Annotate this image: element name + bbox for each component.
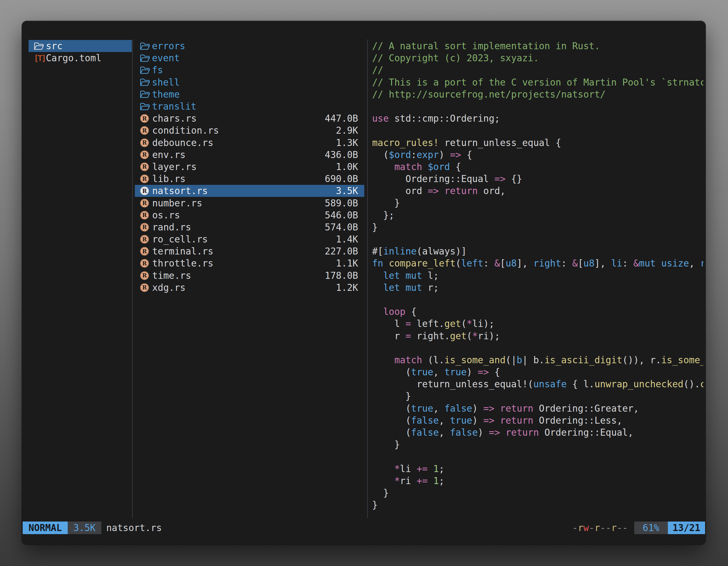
code-token: true — [444, 366, 466, 377]
yazi-window: src[T]Cargo.toml errorseventfsshelltheme… — [22, 21, 706, 545]
code-token: ], — [595, 258, 611, 269]
dir-row[interactable]: src — [29, 40, 132, 52]
code-token: = — [405, 318, 411, 329]
code-line: let mut r; — [372, 282, 703, 293]
status-bar: NORMAL 3.5K natsort.rs -rw-r--r-- 61% 13… — [23, 522, 705, 534]
code-token: return — [500, 415, 533, 426]
status-filename: natsort.rs — [106, 522, 162, 534]
dir-row[interactable]: event — [135, 52, 364, 64]
code-token: ; — [439, 475, 444, 486]
code-token — [372, 475, 394, 486]
dir-row[interactable]: errors — [135, 40, 364, 52]
current-pane: errorseventfsshellthemetranslitRchars.rs… — [135, 40, 364, 293]
file-row[interactable]: [T]Cargo.toml — [29, 52, 132, 64]
code-token: { l. — [567, 379, 594, 389]
code-line: l = left.get(*li); — [372, 318, 703, 330]
code-token: let — [383, 282, 400, 293]
code-token: is_some_and — [444, 354, 506, 365]
code-token: // A natural sort implementation in Rust… — [372, 41, 600, 51]
file-row[interactable]: Rcondition.rs2.9K — [135, 125, 364, 137]
rust-logo-letter: R — [142, 128, 147, 133]
dir-name: fs — [152, 65, 163, 76]
folder-open-icon — [34, 42, 44, 50]
rust-file-icon: R — [140, 163, 149, 171]
file-size: 3.5K — [336, 186, 358, 196]
file-row[interactable]: Renv.rs436.0B — [135, 149, 364, 161]
code-token: is_ascii_digit — [544, 354, 622, 365]
rust-file-icon: R — [140, 151, 149, 159]
code-line: (true, true) => { — [372, 366, 703, 378]
file-row[interactable]: Rchars.rs447.0B — [135, 112, 364, 125]
code-token: 1 — [433, 475, 439, 486]
code-token: ri — [700, 258, 703, 269]
code-token: , — [433, 403, 445, 414]
rust-logo-letter: R — [142, 212, 147, 218]
code-token: } — [372, 439, 400, 450]
code-token: : — [622, 258, 633, 269]
code-token: ) — [472, 403, 483, 414]
rust-logo-letter: R — [142, 176, 147, 182]
code-token: Ordering::Equal — [372, 173, 494, 184]
code-line — [372, 100, 703, 112]
dir-row[interactable]: translit — [135, 100, 364, 112]
rust-file-icon: R — [140, 223, 149, 232]
file-name: layer.rs — [152, 161, 197, 172]
code-token: // Copyright (c) 2023, sxyazi. — [372, 53, 539, 64]
file-name: os.rs — [152, 210, 180, 221]
file-row[interactable]: Rnatsort.rs3.5K — [135, 185, 364, 197]
code-token: {} — [506, 173, 522, 184]
code-token: cmp — [700, 379, 703, 389]
code-line — [372, 233, 703, 245]
code-token: Ordering::Equal, — [539, 427, 633, 438]
dir-row[interactable]: shell — [135, 76, 364, 88]
code-line: *li += 1; — [372, 463, 703, 475]
dir-name: theme — [152, 89, 180, 100]
file-row[interactable]: Rthrottle.rs1.1K — [135, 257, 364, 269]
code-token — [494, 415, 500, 426]
code-token: => — [494, 173, 506, 184]
rust-logo-letter: R — [142, 285, 147, 290]
file-size: 589.0B — [325, 198, 358, 209]
code-token: ( — [455, 258, 461, 269]
code-line: } — [372, 197, 703, 209]
file-row[interactable]: Rterminal.rs227.0B — [135, 245, 364, 257]
dir-row[interactable]: theme — [135, 88, 364, 100]
code-token: right. — [411, 330, 450, 341]
file-row[interactable]: Ros.rs546.0B — [135, 209, 364, 221]
code-token: return — [500, 403, 533, 414]
code-token: ( — [372, 366, 411, 377]
code-token — [500, 427, 506, 438]
file-row[interactable]: Rrand.rs574.0B — [135, 221, 364, 233]
preview-pane: // A natural sort implementation in Rust… — [372, 40, 703, 520]
code-token: right — [533, 258, 561, 269]
file-row[interactable]: Rtime.rs178.0B — [135, 270, 364, 282]
permission-flag: - — [589, 522, 595, 533]
file-name: terminal.rs — [152, 246, 213, 257]
code-line: return_unless_equal!(unsafe { l.unwrap_u… — [372, 378, 703, 390]
folder-open-icon — [140, 54, 150, 62]
file-row[interactable]: Rlayer.rs1.0K — [135, 161, 364, 173]
code-token: => — [483, 415, 494, 426]
file-row[interactable]: Rlib.rs690.0B — [135, 173, 364, 185]
code-token: inline — [383, 246, 417, 257]
code-line: // A natural sort implementation in Rust… — [372, 40, 703, 52]
file-row[interactable]: Rnumber.rs589.0B — [135, 197, 364, 209]
file-row[interactable]: Rro_cell.rs1.4K — [135, 233, 364, 245]
code-token: fn — [372, 258, 383, 269]
code-token: u8 — [583, 258, 595, 269]
rust-file-icon: R — [140, 259, 149, 268]
file-row[interactable]: Rxdg.rs1.2K — [135, 282, 364, 293]
code-token — [400, 270, 405, 281]
rust-logo-letter: R — [142, 261, 147, 266]
file-row[interactable]: Rdebounce.rs1.3K — [135, 137, 364, 149]
code-token: { — [450, 161, 461, 172]
cursor-position-badge: 13/21 — [668, 522, 705, 534]
dir-row[interactable]: fs — [135, 64, 364, 76]
code-token: 1 — [433, 463, 439, 474]
code-token: compare_left — [389, 258, 455, 269]
dir-name: event — [152, 53, 180, 64]
permission-flag: r — [611, 522, 617, 533]
permission-flag: w — [583, 522, 589, 533]
code-token: let — [383, 270, 400, 281]
folder-open-icon — [140, 90, 150, 98]
